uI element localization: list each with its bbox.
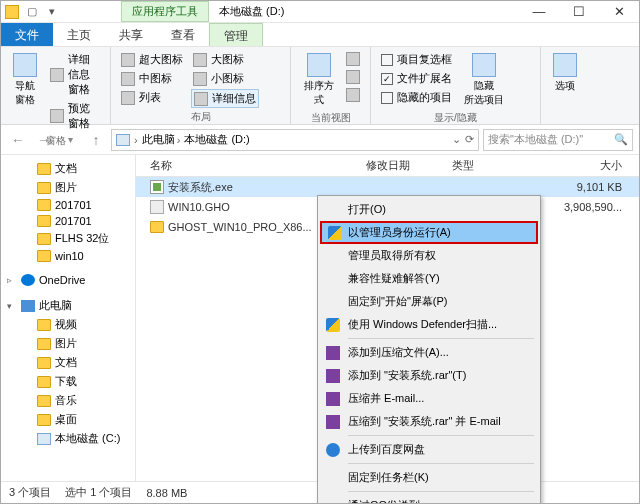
breadcrumb-drive[interactable]: 本地磁盘 (D:) bbox=[184, 132, 249, 147]
folder-icon bbox=[37, 319, 51, 331]
minimize-button[interactable]: — bbox=[519, 1, 559, 23]
detail-pane-icon bbox=[50, 68, 64, 82]
contextual-tab-label: 应用程序工具 bbox=[121, 1, 209, 22]
fit-columns-button[interactable] bbox=[344, 87, 362, 103]
label: 兼容性疑难解答(Y) bbox=[348, 271, 440, 286]
list-button[interactable]: 列表 bbox=[119, 89, 185, 106]
ctx-baidu[interactable]: 上传到百度网盘 bbox=[320, 438, 538, 461]
hide-selected-button[interactable]: 隐藏 所选项目 bbox=[460, 51, 508, 109]
dropdown-icon[interactable]: ⌄ bbox=[452, 133, 461, 146]
ctx-open[interactable]: 打开(O) bbox=[320, 198, 538, 221]
sidebar-item-label: 201701 bbox=[55, 199, 92, 211]
breadcrumb-thispc[interactable]: 此电脑› bbox=[142, 132, 181, 147]
up-button[interactable]: ↑ bbox=[85, 129, 107, 151]
tab-share[interactable]: 共享 bbox=[105, 23, 157, 46]
folder-icon bbox=[37, 357, 51, 369]
selected-count: 选中 1 个项目 bbox=[65, 485, 132, 500]
s-icons-button[interactable]: 小图标 bbox=[191, 70, 259, 87]
refresh-button[interactable]: ⟳ bbox=[465, 133, 474, 146]
label: 压缩并 E-mail... bbox=[348, 391, 424, 406]
col-name[interactable]: 名称 bbox=[136, 155, 360, 176]
sidebar-item[interactable]: ▹OneDrive bbox=[1, 272, 135, 288]
pc-icon bbox=[21, 300, 35, 312]
ctx-admin-owner[interactable]: 管理员取得所有权 bbox=[320, 244, 538, 267]
qat-dropdown[interactable]: ▾ bbox=[43, 3, 61, 21]
tab-home[interactable]: 主页 bbox=[53, 23, 105, 46]
group-button[interactable] bbox=[344, 51, 362, 67]
sidebar-item[interactable]: 音乐 bbox=[1, 391, 135, 410]
sidebar-item[interactable]: 201701 bbox=[1, 197, 135, 213]
sidebar-item[interactable]: FLHS 32位 bbox=[1, 229, 135, 248]
address-bar[interactable]: › 此电脑› 本地磁盘 (D:) ⌄ ⟳ bbox=[111, 129, 479, 151]
folder-icon bbox=[37, 414, 51, 426]
context-menu: 打开(O) 以管理员身份运行(A) 管理员取得所有权 兼容性疑难解答(Y) 固定… bbox=[317, 195, 541, 504]
ctx-defender[interactable]: 使用 Windows Defender扫描... bbox=[320, 313, 538, 336]
back-button[interactable]: ← bbox=[7, 129, 29, 151]
sort-icon bbox=[307, 53, 331, 77]
tab-file[interactable]: 文件 bbox=[1, 23, 53, 46]
sidebar-item[interactable]: 视频 bbox=[1, 315, 135, 334]
col-type[interactable]: 类型 bbox=[446, 155, 522, 176]
qat-item[interactable]: ▢ bbox=[23, 3, 41, 21]
sidebar-item-label: 图片 bbox=[55, 336, 77, 351]
item-checkbox-toggle[interactable]: 项目复选框 bbox=[379, 51, 454, 68]
search-icon: 🔍 bbox=[614, 133, 628, 146]
options-button[interactable]: 选项 bbox=[549, 51, 581, 120]
ctx-compat[interactable]: 兼容性疑难解答(Y) bbox=[320, 267, 538, 290]
ctx-email[interactable]: 压缩并 E-mail... bbox=[320, 387, 538, 410]
file-name: GHOST_WIN10_PRO_X86... bbox=[168, 221, 312, 233]
details-button[interactable]: 详细信息 bbox=[191, 89, 259, 108]
col-date[interactable]: 修改日期 bbox=[360, 155, 446, 176]
item-count: 3 个项目 bbox=[9, 485, 51, 500]
sidebar-item[interactable]: ▾此电脑 bbox=[1, 296, 135, 315]
ctx-run-as-admin[interactable]: 以管理员身份运行(A) bbox=[320, 221, 538, 244]
sidebar-item[interactable]: 本地磁盘 (C:) bbox=[1, 429, 135, 448]
history-button[interactable]: ▾ bbox=[59, 129, 81, 151]
ctx-add-rar[interactable]: 添加到 "安装系统.rar"(T) bbox=[320, 364, 538, 387]
label: 项目复选框 bbox=[397, 52, 452, 67]
file-row[interactable]: 安装系统.exe9,101 KB bbox=[136, 177, 639, 197]
sidebar-item[interactable]: 图片 bbox=[1, 178, 135, 197]
col-size[interactable]: 大小 bbox=[522, 155, 639, 176]
quick-access-toolbar: ▢ ▾ bbox=[23, 3, 61, 21]
file-ext-toggle[interactable]: ✓文件扩展名 bbox=[379, 70, 454, 87]
ctx-pin-start[interactable]: 固定到"开始"屏幕(P) bbox=[320, 290, 538, 313]
sort-button[interactable]: 排序方式 bbox=[299, 51, 338, 109]
ctx-qq[interactable]: 通过QQ发送到 bbox=[320, 494, 538, 504]
l-icons-button[interactable]: 大图标 bbox=[191, 51, 259, 68]
ctx-pin-taskbar[interactable]: 固定到任务栏(K) bbox=[320, 466, 538, 489]
ctx-rar-email[interactable]: 压缩到 "安装系统.rar" 并 E-mail bbox=[320, 410, 538, 433]
sidebar-item[interactable]: win10 bbox=[1, 248, 135, 264]
checkbox-icon: ✓ bbox=[381, 73, 393, 85]
sidebar-item[interactable]: 文档 bbox=[1, 353, 135, 372]
label: 列表 bbox=[139, 90, 161, 105]
sidebar-item[interactable]: 文档 bbox=[1, 159, 135, 178]
sidebar-item[interactable]: 下载 bbox=[1, 372, 135, 391]
separator bbox=[348, 338, 534, 339]
window-title: 本地磁盘 (D:) bbox=[209, 2, 294, 21]
nav-pane-button[interactable]: 导航窗格 bbox=[9, 51, 42, 132]
titlebar: ▢ ▾ 应用程序工具 本地磁盘 (D:) — ☐ ✕ bbox=[1, 1, 639, 23]
tab-manage[interactable]: 管理 bbox=[209, 23, 263, 46]
xl-icons-button[interactable]: 超大图标 bbox=[119, 51, 185, 68]
detail-pane-button[interactable]: 详细信息窗格 bbox=[48, 51, 102, 98]
preview-pane-button[interactable]: 预览窗格 bbox=[48, 100, 102, 132]
label: 文件扩展名 bbox=[397, 71, 452, 86]
folder-icon bbox=[37, 338, 51, 350]
exe-icon bbox=[150, 180, 164, 194]
sidebar-item[interactable]: 图片 bbox=[1, 334, 135, 353]
hidden-items-toggle[interactable]: 隐藏的项目 bbox=[379, 89, 454, 106]
forward-button[interactable]: → bbox=[33, 129, 55, 151]
rar-icon bbox=[326, 369, 340, 383]
add-column-button[interactable] bbox=[344, 69, 362, 85]
maximize-button[interactable]: ☐ bbox=[559, 1, 599, 23]
sidebar-item[interactable]: 桌面 bbox=[1, 410, 135, 429]
ctx-add-archive[interactable]: 添加到压缩文件(A)... bbox=[320, 341, 538, 364]
tab-view[interactable]: 查看 bbox=[157, 23, 209, 46]
sidebar-item[interactable]: 201701 bbox=[1, 213, 135, 229]
close-button[interactable]: ✕ bbox=[599, 1, 639, 23]
column-headers: 名称 修改日期 类型 大小 bbox=[136, 155, 639, 177]
label: 预览窗格 bbox=[68, 101, 100, 131]
search-input[interactable]: 搜索"本地磁盘 (D:)" 🔍 bbox=[483, 129, 633, 151]
m-icons-button[interactable]: 中图标 bbox=[119, 70, 185, 87]
